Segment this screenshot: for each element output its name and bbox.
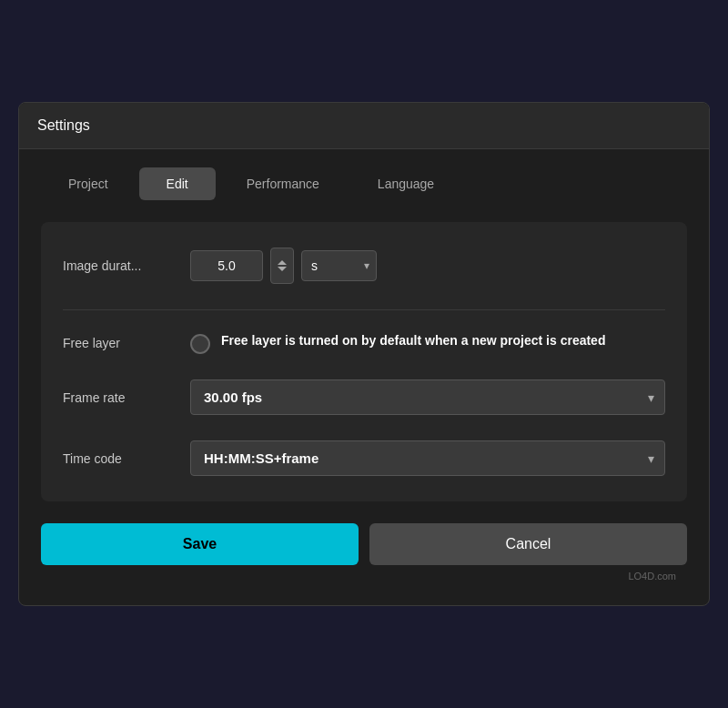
- time-code-row: Time code HH:MM:SS+frame HH:MM:SS:FF Sec…: [63, 440, 665, 476]
- frame-rate-row: Frame rate 23.97 fps 24.00 fps 25.00 fps…: [63, 379, 665, 415]
- free-layer-label: Free layer: [63, 336, 190, 350]
- image-duration-label: Image durat...: [63, 258, 190, 273]
- watermark: LO4D.com: [41, 565, 687, 587]
- image-duration-row: Image durat... s ms frames: [63, 248, 665, 284]
- frame-rate-select[interactable]: 23.97 fps 24.00 fps 25.00 fps 29.97 fps …: [190, 379, 665, 415]
- frame-rate-dropdown: 23.97 fps 24.00 fps 25.00 fps 29.97 fps …: [190, 379, 665, 415]
- image-duration-controls: s ms frames: [190, 248, 665, 284]
- free-layer-description: Free layer is turned on by default when …: [221, 332, 605, 350]
- settings-content: Image durat... s ms frames: [41, 222, 687, 501]
- unit-select-wrapper: s ms frames: [301, 250, 377, 281]
- settings-dialog: Settings Project Edit Performance Langua…: [18, 102, 710, 606]
- title-bar: Settings: [19, 103, 709, 149]
- divider: [63, 309, 665, 310]
- time-code-dropdown: HH:MM:SS+frame HH:MM:SS:FF Seconds Frame…: [190, 440, 665, 476]
- tab-edit[interactable]: Edit: [139, 167, 216, 200]
- time-code-select[interactable]: HH:MM:SS+frame HH:MM:SS:FF Seconds Frame…: [190, 440, 665, 476]
- tabs-row: Project Edit Performance Language: [41, 167, 687, 200]
- unit-select[interactable]: s ms frames: [301, 250, 377, 281]
- time-code-label: Time code: [63, 451, 190, 466]
- footer-buttons: Save Cancel: [41, 523, 687, 565]
- tab-project[interactable]: Project: [41, 167, 136, 200]
- spinner-up-icon: [278, 260, 287, 265]
- tab-language[interactable]: Language: [350, 167, 461, 200]
- spinner-buttons[interactable]: [270, 248, 294, 284]
- spinner-down-icon: [278, 267, 287, 271]
- dialog-body: Project Edit Performance Language Image …: [19, 149, 709, 605]
- cancel-button[interactable]: Cancel: [369, 523, 687, 565]
- tab-performance[interactable]: Performance: [219, 167, 347, 200]
- frame-rate-label: Frame rate: [63, 390, 190, 405]
- free-layer-row: Free layer Free layer is turned on by de…: [63, 332, 665, 354]
- free-layer-controls: Free layer is turned on by default when …: [190, 332, 605, 354]
- free-layer-checkbox[interactable]: [190, 334, 210, 354]
- image-duration-input[interactable]: [190, 250, 263, 281]
- save-button[interactable]: Save: [41, 523, 359, 565]
- dialog-title: Settings: [37, 117, 90, 133]
